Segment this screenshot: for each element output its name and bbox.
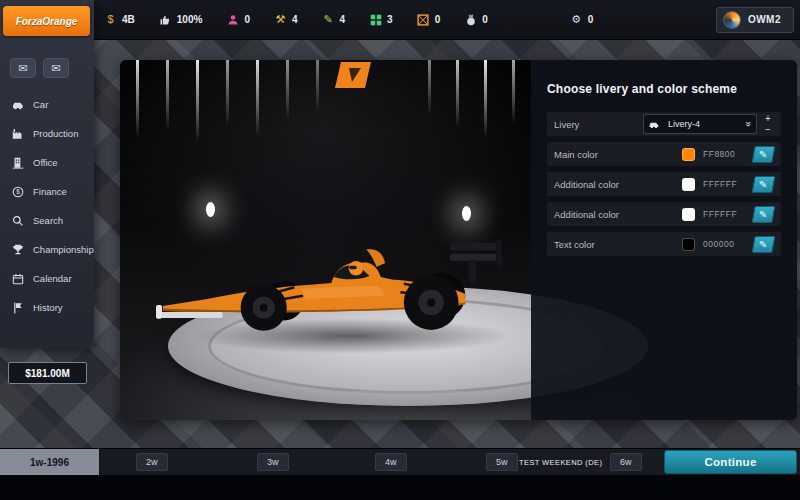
history-flag-icon	[11, 301, 25, 315]
stat-designers: ✎ 4	[322, 14, 346, 25]
trophy-icon	[11, 243, 25, 257]
ceiling-brand-mark	[335, 62, 371, 92]
chevron-down-icon: »	[743, 121, 753, 127]
sidebar: ForzaOrange ✉ ✉ Car Production	[0, 0, 94, 348]
office-icon	[11, 156, 25, 170]
pencil-icon: ✎	[759, 179, 767, 189]
week-marker: 3w	[257, 453, 289, 471]
app-root: $ 4B 100% 0 ⚒ 4 ✎ 4	[0, 0, 800, 500]
color-row-additional-1: Additional color FFFFFF ✎	[547, 172, 781, 196]
livery-row: Livery Livery-4 » + −	[547, 112, 781, 136]
avatar	[723, 11, 741, 29]
color-swatch[interactable]	[682, 148, 695, 161]
top-bar: $ 4B 100% 0 ⚒ 4 ✎ 4	[0, 0, 800, 40]
mail-icon[interactable]: ✉	[10, 58, 36, 78]
week-marker: 4w	[375, 453, 407, 471]
crate-icon	[417, 14, 430, 26]
color-row-additional-2: Additional color FFFFFF ✎	[547, 202, 781, 226]
light-strip	[226, 60, 229, 126]
sidebar-item-championship[interactable]: Championship	[0, 235, 94, 264]
car-showroom-viewport[interactable]: Choose livery and color scheme Livery Li…	[120, 60, 797, 420]
color-row-text: Text color 000000 ✎	[547, 232, 781, 256]
driver-icon	[226, 14, 239, 26]
gear-icon: ⚙	[570, 14, 583, 25]
light-strip	[316, 60, 319, 112]
stat-value: 4	[292, 14, 298, 25]
sidebar-item-search[interactable]: Search	[0, 206, 94, 235]
thumbs-up-icon	[159, 14, 172, 26]
sidebar-nav: Car Production Office $ Finance	[0, 90, 94, 322]
light-strip	[456, 60, 459, 128]
livery-label: Livery	[554, 119, 579, 130]
stat-crates: 0	[417, 14, 441, 26]
color-label: Main color	[554, 149, 598, 160]
light-strip	[286, 60, 289, 120]
search-icon	[11, 214, 25, 228]
pencil-icon: ✎	[759, 239, 767, 249]
sidebar-item-car[interactable]: Car	[0, 90, 94, 119]
stat-drivers: 0	[226, 14, 250, 26]
edit-color-button[interactable]: ✎	[752, 146, 776, 163]
stat-value: 4	[340, 14, 346, 25]
color-swatch[interactable]	[682, 238, 695, 251]
panel-title: Choose livery and color scheme	[547, 82, 781, 96]
sidebar-item-label: Car	[33, 99, 48, 110]
mail-buttons: ✉ ✉	[10, 58, 69, 78]
season-timeline: 1w-1996 2w 3w 4w 5w TEST WEEKEND (DE) 6w…	[0, 448, 800, 475]
mail-icon[interactable]: ✉	[43, 58, 69, 78]
profile-button[interactable]: OWM2	[716, 7, 794, 33]
resource-stats: $ 4B 100% 0 ⚒ 4 ✎ 4	[104, 14, 593, 26]
edit-color-button[interactable]: ✎	[752, 206, 776, 223]
color-swatch[interactable]	[682, 178, 695, 191]
edit-color-button[interactable]: ✎	[752, 236, 776, 253]
light-strip	[512, 60, 515, 124]
light-strip	[166, 60, 169, 130]
bottom-letterbox	[0, 475, 800, 500]
continue-button[interactable]: Continue	[664, 450, 797, 474]
livery-prev-button[interactable]: −	[762, 125, 774, 134]
sidebar-item-finance[interactable]: $ Finance	[0, 177, 94, 206]
stat-medals: 0	[464, 14, 488, 26]
sidebar-item-label: Calendar	[33, 273, 72, 284]
color-hex: FFFFFF	[703, 179, 745, 189]
livery-selected-value: Livery-4	[668, 119, 740, 129]
sidebar-item-office[interactable]: Office	[0, 148, 94, 177]
sidebar-item-label: History	[33, 302, 63, 313]
week-marker: 5w	[486, 453, 518, 471]
stat-funds: $ 4B	[104, 14, 135, 25]
formula-car	[156, 200, 532, 354]
sidebar-item-calendar[interactable]: Calendar	[0, 264, 94, 293]
stat-value: 100%	[177, 14, 203, 25]
sidebar-item-label: Production	[33, 128, 78, 139]
medal-icon	[464, 14, 477, 26]
livery-next-button[interactable]: +	[762, 114, 774, 123]
pencil-icon: ✎	[759, 209, 767, 219]
finance-icon: $	[11, 185, 25, 199]
color-control: FFFFFF ✎	[682, 176, 774, 193]
stat-mechanics: ⚒ 4	[274, 14, 298, 25]
sidebar-item-history[interactable]: History	[0, 293, 94, 322]
color-hex: FFFFFF	[703, 209, 745, 219]
sidebar-item-production[interactable]: Production	[0, 119, 94, 148]
car-icon	[649, 119, 663, 129]
week-marker: 2w	[136, 453, 168, 471]
current-week-display: 1w-1996	[0, 449, 100, 476]
color-label: Text color	[554, 239, 595, 250]
livery-control: Livery-4 » + −	[643, 114, 774, 134]
color-label: Additional color	[554, 209, 619, 220]
livery-stepper: + −	[762, 114, 774, 134]
stat-value: 3	[387, 14, 393, 25]
wrench-icon: ⚒	[274, 14, 287, 25]
sidebar-item-label: Championship	[33, 244, 94, 255]
edit-color-button[interactable]: ✎	[752, 176, 776, 193]
stat-value: 0	[482, 14, 488, 25]
light-strip	[256, 60, 259, 136]
pencil-icon: ✎	[759, 149, 767, 159]
color-swatch[interactable]	[682, 208, 695, 221]
sidebar-item-label: Search	[33, 215, 63, 226]
livery-select[interactable]: Livery-4 »	[643, 114, 757, 134]
week-marker: 6w	[610, 453, 642, 471]
color-row-main: Main color FF8800 ✎	[547, 142, 781, 166]
calendar-icon	[11, 272, 25, 286]
team-logo-text: ForzaOrange	[16, 16, 78, 27]
